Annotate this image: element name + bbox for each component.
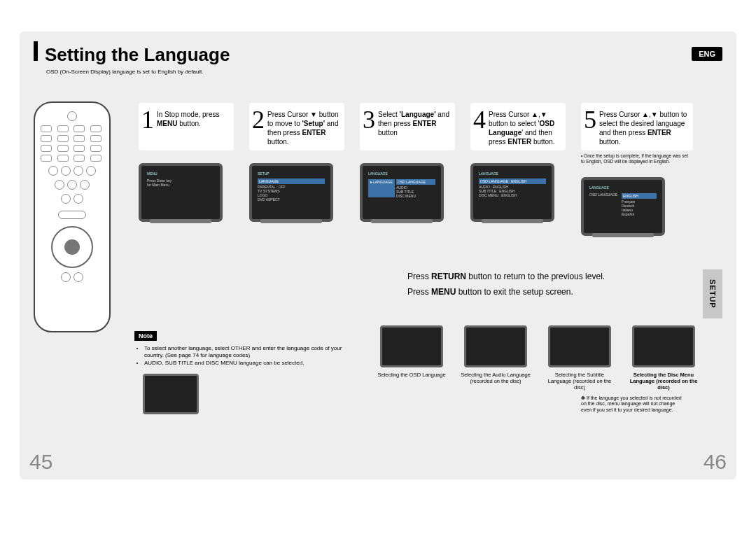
tv-thumb-icon — [632, 325, 695, 367]
step-text: Press Cursor ▲,▼ button to select the de… — [599, 107, 689, 146]
step-text: In Stop mode, press MENU button. — [157, 107, 230, 128]
enter-button-icon — [64, 239, 80, 255]
note-tv-screenshot — [143, 374, 199, 414]
setup-side-tab: SETUP — [703, 269, 722, 318]
thumb-osd: Selecting the OSD Language — [377, 325, 447, 391]
tv-thumb-icon — [548, 325, 611, 367]
step-5-note: • Once the setup is complete, if the lan… — [581, 153, 693, 164]
title-accent-bar — [34, 41, 38, 61]
tv-screenshot-3: LANGUAGE ►LANGUAGE OSD LANGUAGE AUDIO SU… — [360, 163, 444, 222]
page-number-right: 46 — [704, 450, 727, 474]
tv-thumb-icon — [380, 325, 443, 367]
note-item: To select another language, select OTHER… — [144, 345, 358, 360]
step-text: Press Cursor ▼ button to move to 'Setup'… — [267, 107, 340, 146]
step-5: 5 Press Cursor ▲,▼ button to select the … — [581, 103, 693, 236]
page-subtitle: OSD (On-Screen Display) language is set … — [46, 69, 722, 75]
tv-screenshot-1: MENU Press Enter key for Main Menu — [139, 163, 223, 222]
step-number: 5 — [584, 107, 596, 132]
page-title: Setting the Language — [45, 44, 230, 66]
tv-screenshot-4: LANGUAGE OSD LANGUAGE : ENGLISH AUDIO : … — [470, 163, 554, 222]
tv-thumb-icon — [464, 325, 527, 367]
thumb-audio: Selecting the Audio Language (recorded o… — [461, 325, 531, 391]
note-item: AUDIO, SUB TITLE and DISC MENU language … — [144, 360, 358, 367]
note-section: Note To select another language, select … — [134, 331, 358, 414]
menu-button-icon — [58, 211, 86, 219]
step-number: 3 — [363, 107, 375, 132]
language-badge: ENG — [692, 47, 722, 61]
step-2: 2 Press Cursor ▼ button to move to 'Setu… — [249, 103, 344, 236]
step-4: 4 Press Cursor ▲,▼ button to select 'OSD… — [470, 103, 566, 236]
thumb-subtitle: Selecting the Subtitle Language (recorde… — [545, 325, 615, 391]
step-3: 3 Select 'Language' and then press ENTER… — [360, 103, 455, 236]
thumb-disc-menu: Selecting the Disc Menu Language (record… — [629, 325, 699, 391]
title-row: Setting the Language ENG — [34, 41, 722, 66]
disclaimer-text: ✽ If the language you selected is not re… — [581, 395, 686, 413]
page-number-left: 45 — [29, 450, 52, 474]
step-1: 1 In Stop mode, press MENU button. MENU … — [139, 103, 234, 236]
tv-screenshot-5: LANGUAGE OSD LANGUAGE ENGLISH Français D… — [581, 177, 665, 236]
bottom-thumbnails: Selecting the OSD Language Selecting the… — [377, 325, 699, 391]
step-number: 4 — [473, 107, 486, 132]
page-numbers: 45 46 — [29, 450, 727, 474]
step-text: Select 'Language' and then press ENTER b… — [378, 107, 451, 137]
return-instructions: Press RETURN button to return to the pre… — [407, 269, 673, 300]
cursor-pad-icon — [51, 226, 93, 268]
note-badge: Note — [134, 331, 157, 341]
steps-row: 1 In Stop mode, press MENU button. MENU … — [139, 103, 693, 236]
manual-page: Setting the Language ENG OSD (On-Screen … — [20, 31, 736, 479]
step-number: 2 — [252, 107, 265, 132]
step-number: 1 — [141, 107, 154, 132]
tv-screenshot-2: SETUP LANGUAGE PARENTAL : OFF TV SYSTEMS… — [249, 163, 333, 222]
remote-control-illustration — [34, 101, 111, 332]
step-text: Press Cursor ▲,▼ button to select 'OSD L… — [489, 107, 561, 146]
